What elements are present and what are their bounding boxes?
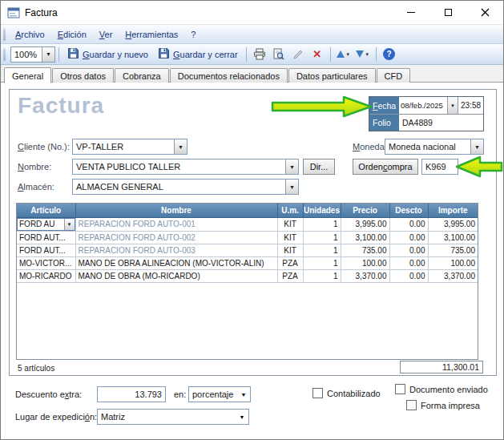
zoom-combo[interactable]: 100% ▼: [10, 46, 55, 63]
descuento-unidad-combo[interactable]: porcentaje ▼: [188, 386, 251, 402]
cell-precio[interactable]: 3,100.00: [341, 231, 389, 244]
cell-articulo[interactable]: FORD AUT...: [17, 244, 75, 256]
cell-um[interactable]: KIT: [277, 244, 303, 256]
minimize-button[interactable]: [393, 1, 429, 24]
orden-compra-field[interactable]: K969: [421, 159, 458, 175]
cancel-document-button[interactable]: ✕: [308, 46, 327, 63]
window-controls: [393, 1, 503, 24]
cell-importe[interactable]: 735.00: [428, 244, 478, 256]
save-new-button[interactable]: Guardar y nuevo: [62, 45, 153, 63]
table-row[interactable]: MO-VICTOR... MANO DE OBRA ALINEACION (MO…: [17, 256, 478, 269]
print-preview-button[interactable]: [269, 46, 288, 63]
chevron-down-icon[interactable]: ▼: [42, 47, 54, 62]
toolbar: 100% ▼ Guardar y nuevo Guardar y cerrar: [1, 44, 503, 65]
chevron-down-icon[interactable]: ▼: [64, 219, 75, 230]
edit-button[interactable]: [288, 46, 308, 63]
cell-unidades[interactable]: 1: [303, 217, 341, 231]
menu-edicion[interactable]: Edición: [51, 27, 93, 42]
orden-compra-button[interactable]: Orden compra: [353, 159, 418, 175]
cell-articulo[interactable]: MO-RICARDO: [17, 269, 75, 282]
cell-unidades[interactable]: 1: [303, 256, 341, 269]
chevron-down-icon[interactable]: ▼: [447, 97, 458, 114]
cell-importe[interactable]: 3,370.00: [428, 269, 478, 282]
col-header-importe: Importe: [428, 204, 478, 217]
cell-precio[interactable]: 100.00: [341, 256, 389, 269]
tab-cfd[interactable]: CFD: [377, 68, 411, 83]
chevron-down-icon[interactable]: ▼: [470, 139, 483, 154]
chevron-down-icon[interactable]: ▼: [174, 139, 187, 154]
checkbox-icon[interactable]: [395, 384, 405, 394]
cell-unidades[interactable]: 1: [303, 231, 341, 244]
print-button[interactable]: [250, 46, 269, 63]
help-icon: ?: [383, 48, 395, 60]
documento-enviado-checkbox[interactable]: Documento enviado: [395, 384, 488, 394]
cell-precio[interactable]: 735.00: [341, 244, 389, 256]
table-row[interactable]: FORD AUT... REPARACION FORD AUTO-002 KIT…: [17, 231, 478, 244]
menu-herramientas[interactable]: Herramientas: [119, 27, 184, 42]
save-close-button[interactable]: Guardar y cerrar: [153, 45, 243, 63]
cell-um[interactable]: KIT: [277, 217, 303, 231]
fecha-label[interactable]: Fecha: [369, 97, 399, 114]
table-row[interactable]: MO-RICARDO MANO DE OBRA (MO-RICARDO) PZA…: [17, 269, 478, 282]
chevron-down-icon[interactable]: ▼: [285, 180, 298, 194]
tab-datos-particulares[interactable]: Datos particulares: [288, 68, 376, 83]
maximize-button[interactable]: [429, 1, 466, 24]
moneda-combo[interactable]: Moneda nacional ▼: [385, 139, 484, 155]
preview-icon: [272, 48, 284, 60]
cell-descto[interactable]: 0.00: [389, 244, 428, 256]
tab-general[interactable]: General: [4, 67, 51, 83]
nombre-combo[interactable]: VENTA PUBLICO TALLER ▼: [72, 159, 299, 175]
forma-impresa-checkbox[interactable]: Forma impresa: [406, 400, 480, 410]
cell-unidades[interactable]: 1: [303, 269, 341, 282]
previous-document-button[interactable]: ▼: [334, 46, 353, 63]
chevron-down-icon[interactable]: ▼: [236, 410, 248, 424]
menu-archivo[interactable]: Archivo: [9, 27, 51, 42]
menu-ver[interactable]: Ver: [93, 27, 119, 42]
cell-precio[interactable]: 3,995.00: [341, 217, 389, 231]
cell-descto[interactable]: 0.00: [389, 256, 428, 269]
cell-nombre[interactable]: REPARACION FORD AUTO-002: [75, 231, 277, 244]
help-button[interactable]: ?: [380, 46, 399, 63]
checkbox-icon[interactable]: [406, 400, 417, 410]
tab-cobranza[interactable]: Cobranza: [115, 68, 169, 83]
cell-articulo[interactable]: FORD AUT...: [17, 231, 75, 244]
lugar-expedicion-combo[interactable]: Matriz ▼: [97, 409, 249, 425]
tab-otros-datos[interactable]: Otros datos: [52, 68, 114, 83]
cell-descto[interactable]: 0.00: [389, 217, 428, 231]
table-row[interactable]: FORD AUT... REPARACION FORD AUTO-003 KIT…: [17, 244, 478, 256]
hora-field[interactable]: 23:58: [458, 97, 483, 114]
cell-importe[interactable]: 100.00: [428, 256, 478, 269]
close-button[interactable]: [466, 1, 503, 24]
cell-descto[interactable]: 0.00: [389, 269, 428, 282]
chevron-down-icon[interactable]: ▼: [285, 159, 298, 174]
cell-nombre[interactable]: MANO DE OBRA ALINEACION (MO-VICTOR-ALIN): [75, 256, 277, 269]
cell-um[interactable]: PZA: [277, 269, 303, 282]
cell-precio[interactable]: 3,370.00: [341, 269, 389, 282]
cell-nombre[interactable]: MANO DE OBRA (MO-RICARDO): [75, 269, 277, 282]
cell-nombre[interactable]: REPARACION FORD AUTO-001: [75, 217, 277, 231]
lugar-expedicion-label: Lugar de expedición:: [15, 409, 97, 425]
descuento-extra-field[interactable]: 13.793: [97, 386, 166, 402]
table-row[interactable]: FORD AU ▼ REPARACION FORD AUTO-001 KIT 1…: [17, 217, 478, 231]
cell-articulo[interactable]: MO-VICTOR...: [17, 256, 75, 269]
checkbox-icon[interactable]: [312, 388, 323, 398]
articulo-combo[interactable]: FORD AU ▼: [17, 218, 75, 231]
cliente-combo[interactable]: VP-TALLER ▼: [72, 139, 187, 155]
cell-unidades[interactable]: 1: [303, 244, 341, 256]
chevron-down-icon[interactable]: ▼: [237, 387, 250, 402]
cell-descto[interactable]: 0.00: [389, 231, 428, 244]
fecha-field[interactable]: 08/feb./2025 ▼: [399, 97, 458, 114]
cell-um[interactable]: KIT: [277, 231, 303, 244]
folio-field[interactable]: DA4889: [399, 115, 483, 131]
cell-nombre[interactable]: REPARACION FORD AUTO-003: [75, 244, 277, 256]
tab-documentos-relacionados[interactable]: Documentos relacionados: [170, 68, 288, 83]
cell-articulo[interactable]: FORD AU ▼: [17, 217, 75, 231]
cell-importe[interactable]: 3,995.00: [428, 217, 478, 231]
menu-ayuda[interactable]: ?: [184, 27, 202, 42]
cell-um[interactable]: PZA: [277, 256, 303, 269]
cell-importe[interactable]: 3,100.00: [428, 231, 478, 244]
next-document-button[interactable]: ▼: [353, 46, 373, 63]
almacen-combo[interactable]: ALMACEN GENERAL ▼: [72, 179, 299, 195]
contabilizado-checkbox[interactable]: Contabilizado: [312, 388, 381, 398]
dir-button[interactable]: Dir...: [303, 159, 335, 175]
